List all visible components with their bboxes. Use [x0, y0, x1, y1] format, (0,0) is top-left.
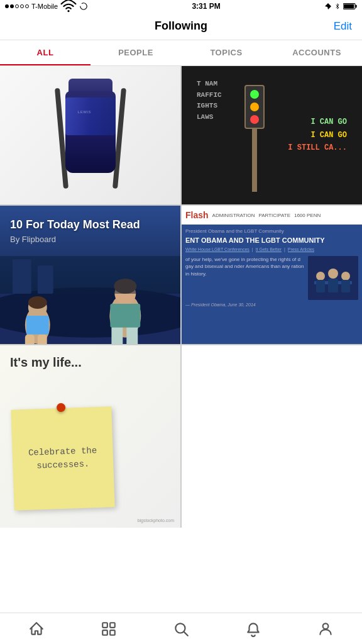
wh-sub-tabs: White House LGBT Conferences | It Gets B… [185, 247, 358, 252]
traffic-light [244, 85, 265, 129]
backpack-image: LEWIS [59, 79, 122, 192]
traffic-right-text: I CAN GO I CAN GO I STILL CA... [288, 79, 347, 192]
flipboard-illustration [0, 243, 180, 344]
wh-flash-title: Flash [185, 210, 209, 220]
dot2 [10, 4, 14, 8]
wh-header-bar: Flash ADMINISTRATION PARTICIPATE 1600 PE… [182, 206, 362, 225]
wh-tab-1: White House LGBT Conferences [185, 247, 250, 252]
traffic-post [252, 129, 257, 192]
dot3 [15, 4, 19, 8]
carrier-label: T-Mobile [31, 3, 58, 10]
wh-body: of your help, we've gone in protecting t… [185, 256, 358, 300]
bottom-navigation [0, 613, 362, 644]
svg-rect-3 [355, 5, 356, 8]
list-item[interactable]: LEWIS [0, 66, 180, 204]
svg-point-26 [328, 269, 338, 279]
green-light [250, 90, 259, 99]
list-item[interactable]: Flash ADMINISTRATION PARTICIPATE 1600 PE… [182, 206, 362, 344]
loading-icon [79, 2, 88, 11]
red-light [250, 115, 259, 124]
svg-rect-33 [110, 630, 115, 635]
bell-icon [245, 621, 261, 637]
svg-point-11 [28, 296, 47, 309]
svg-point-0 [68, 10, 70, 12]
svg-point-24 [316, 272, 325, 280]
wh-tag: President Obama and the LGBT Community [185, 228, 358, 234]
list-item[interactable]: T NAMRAFFICIGHTSLAWS I CAN GO I CAN GO [182, 66, 362, 204]
bottom-nav-notifications[interactable] [238, 615, 269, 643]
list-item[interactable]: 10 For Today Most Read By Flipboard [0, 206, 180, 344]
svg-rect-4 [344, 4, 354, 9]
search-icon [173, 621, 189, 637]
svg-rect-30 [102, 623, 107, 628]
svg-rect-32 [102, 630, 107, 635]
wh-content-area: President Obama and the LGBT Community E… [182, 225, 362, 344]
bottom-nav-grid[interactable] [93, 615, 124, 643]
wh-main-heading: ENT OBAMA AND THE LGBT COMMUNITY [185, 236, 358, 245]
watermark: bigstockphoto.com [138, 518, 174, 523]
status-time: 3:31 PM [192, 2, 220, 11]
wh-nav-1: ADMINISTRATION [212, 213, 255, 218]
bottom-nav-home[interactable] [21, 615, 52, 643]
svg-rect-12 [26, 316, 49, 335]
flipboard-main-title: 10 For Today Most Read [10, 218, 170, 232]
status-bar: T-Mobile 3:31 PM [0, 0, 362, 13]
svg-rect-18 [110, 304, 140, 328]
wh-body-text: of your help, we've gone in protecting t… [185, 256, 304, 300]
flipboard-title-overlay: 10 For Today Most Read By Flipboard [10, 218, 170, 244]
svg-point-28 [341, 272, 350, 280]
svg-rect-31 [110, 623, 115, 628]
list-item[interactable]: It's my life... It's my life... Celebrat… [0, 345, 180, 528]
svg-rect-21 [38, 265, 53, 294]
wh-quote: — President Obama, June 30, 2014 [185, 303, 358, 307]
content-grid: LEWIS T NAMRAFFICIGHTSLAWS [0, 66, 362, 528]
bottom-nav-profile[interactable] [310, 615, 341, 643]
traffic-left-text: T NAMRAFFICIGHTSLAWS [197, 79, 222, 192]
svg-point-36 [323, 623, 329, 629]
tab-topics[interactable]: TOPICS [181, 40, 272, 65]
grid-icon [101, 621, 117, 637]
svg-rect-27 [328, 279, 338, 292]
yellow-light [250, 103, 259, 111]
wh-nav-3: 1600 PENN [294, 213, 321, 218]
empty-cell [182, 345, 362, 528]
flipboard-byline: By Flipboard [10, 235, 170, 244]
location-icon [324, 3, 332, 10]
edit-button[interactable]: Edit [334, 20, 352, 33]
note-text: Celebrate the successes. [12, 443, 113, 474]
tab-accounts[interactable]: ACCOUNTS [272, 40, 362, 65]
content-area: LEWIS T NAMRAFFICIGHTSLAWS [0, 66, 362, 559]
mylife-title-text: It's my life... [10, 355, 82, 370]
battery-icon [343, 3, 357, 10]
dot4 [20, 4, 24, 8]
wh-tab-sep1: | [252, 247, 253, 252]
wh-photo [308, 256, 358, 300]
signal-strength [5, 4, 29, 8]
wh-tab-3: Press Articles [288, 247, 314, 252]
svg-rect-9 [38, 335, 47, 344]
wh-nav-2: PARTICIPATE [258, 213, 290, 218]
svg-rect-20 [13, 259, 31, 294]
tab-people[interactable]: PEOPLE [90, 40, 181, 65]
traffic-overlay: T NAMRAFFICIGHTSLAWS I CAN GO I CAN GO [182, 66, 362, 204]
wh-nav: ADMINISTRATION PARTICIPATE 1600 PENN [212, 213, 321, 218]
dot1 [5, 4, 9, 8]
wh-tab-2: It Gets Better [256, 247, 282, 252]
filter-tabs: ALL PEOPLE TOPICS ACCOUNTS [0, 40, 362, 66]
bluetooth-icon [334, 2, 341, 11]
svg-point-1 [80, 3, 87, 10]
person-icon [317, 621, 334, 637]
svg-rect-14 [111, 325, 123, 344]
svg-line-35 [184, 631, 188, 635]
home-icon [28, 621, 45, 637]
navigation-bar: Following Edit [0, 13, 362, 40]
pin [57, 403, 65, 412]
bottom-nav-search[interactable] [165, 615, 197, 643]
wh-tab-sep2: | [284, 247, 285, 252]
svg-rect-15 [126, 325, 138, 344]
dot5 [25, 4, 29, 8]
svg-rect-29 [341, 280, 350, 292]
tab-all[interactable]: ALL [0, 40, 90, 65]
backpack-body: LEWIS [65, 91, 116, 173]
svg-rect-8 [25, 335, 35, 344]
